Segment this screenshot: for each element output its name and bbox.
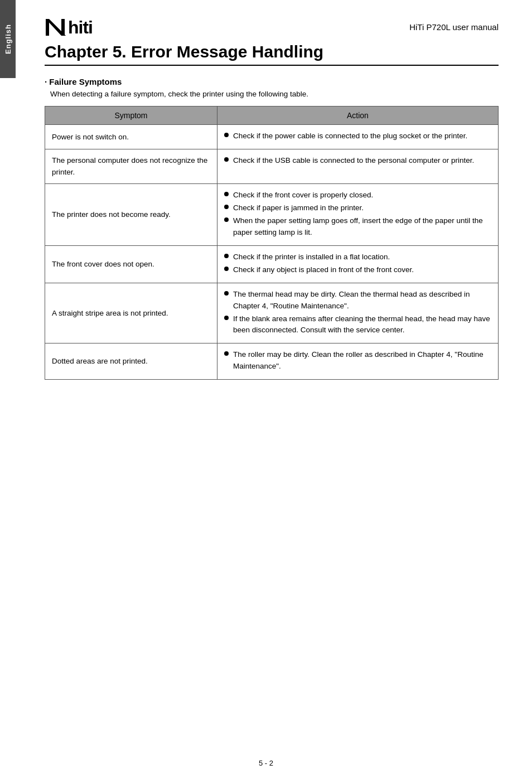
bullet-item: Check if any object is placed in front o… (224, 264, 491, 275)
bullet-text: The roller may be dirty. Clean the rolle… (233, 349, 491, 372)
symptom-cell: Dotted areas are not printed. (45, 343, 217, 380)
sidebar-tab: English (0, 0, 16, 78)
hiti-logo-icon (45, 17, 66, 38)
page-number: 5 - 2 (259, 759, 273, 767)
bullet-dot-icon (224, 157, 229, 162)
bullet-dot-icon (224, 267, 229, 271)
action-cell: Check if the printer is installed in a f… (217, 245, 498, 283)
page-footer: 5 - 2 (0, 759, 532, 767)
bullet-text: Check if the power cable is connected to… (233, 130, 491, 142)
bullet-item: Check if the front cover is properly clo… (224, 190, 491, 201)
symptom-cell: A straight stripe area is not printed. (45, 283, 217, 343)
section-heading: Failure Symptoms (45, 77, 499, 86)
symptom-cell: Power is not switch on. (45, 125, 217, 149)
intro-text: When detecting a failure symptom, check … (45, 90, 499, 98)
bullet-item: The roller may be dirty. Clean the rolle… (224, 349, 491, 372)
col-header-action: Action (217, 107, 498, 125)
symptom-cell: The front cover does not open. (45, 245, 217, 283)
bullet-text: When the paper setting lamp goes off, in… (233, 215, 491, 238)
logo-container: hiti (45, 17, 93, 38)
action-cell: Check if the front cover is properly clo… (217, 183, 498, 245)
table-row: Power is not switch on.Check if the powe… (45, 125, 499, 149)
action-cell: Check if the USB cable is connected to t… (217, 149, 498, 184)
bullet-item: Check if the USB cable is connected to t… (224, 155, 491, 166)
manual-title: HiTi P720L user manual (409, 17, 499, 32)
page-container: English hiti HiTi P720L user manual Chap… (0, 0, 532, 784)
failure-table: Symptom Action Power is not switch on.Ch… (45, 106, 499, 380)
bullet-dot-icon (224, 351, 229, 356)
bullet-item: Check if the printer is installed in a f… (224, 251, 491, 263)
bullet-item: When the paper setting lamp goes off, in… (224, 215, 491, 238)
bullet-item: If the blank area remains after cleaning… (224, 313, 491, 336)
col-header-symptom: Symptom (45, 107, 217, 125)
bullet-dot-icon (224, 254, 229, 258)
table-row: The personal computer does not recognize… (45, 149, 499, 184)
bullet-text: The thermal head may be dirty. Clean the… (233, 289, 491, 312)
chapter-title: Chapter 5. Error Message Handling (45, 42, 499, 66)
table-row: The front cover does not open.Check if t… (45, 245, 499, 283)
bullet-text: Check if the printer is installed in a f… (233, 251, 491, 263)
bullet-dot-icon (224, 217, 229, 222)
bullet-text: Check if the front cover is properly clo… (233, 190, 491, 201)
bullet-dot-icon (224, 291, 229, 296)
action-cell: The thermal head may be dirty. Clean the… (217, 283, 498, 343)
bullet-dot-icon (224, 316, 229, 320)
bullet-dot-icon (224, 133, 229, 137)
table-row: The printer does not become ready.Check … (45, 183, 499, 245)
symptom-cell: The printer does not become ready. (45, 183, 217, 245)
bullet-text: Check if the USB cable is connected to t… (233, 155, 491, 166)
bullet-item: The thermal head may be dirty. Clean the… (224, 289, 491, 312)
action-cell: Check if the power cable is connected to… (217, 125, 498, 149)
table-row: Dotted areas are not printed.The roller … (45, 343, 499, 380)
header-area: hiti HiTi P720L user manual (45, 17, 499, 38)
bullet-item: Check if the power cable is connected to… (224, 130, 491, 142)
symptom-cell: The personal computer does not recognize… (45, 149, 217, 184)
action-cell: The roller may be dirty. Clean the rolle… (217, 343, 498, 380)
bullet-dot-icon (224, 192, 229, 196)
sidebar-language-label: English (4, 24, 12, 54)
logo-text: hiti (68, 17, 93, 38)
bullet-item: Check if paper is jammed in the printer. (224, 202, 491, 214)
table-row: A straight stripe area is not printed.Th… (45, 283, 499, 343)
bullet-text: If the blank area remains after cleaning… (233, 313, 491, 336)
bullet-text: Check if any object is placed in front o… (233, 264, 491, 275)
bullet-dot-icon (224, 205, 229, 209)
bullet-text: Check if paper is jammed in the printer. (233, 202, 491, 214)
